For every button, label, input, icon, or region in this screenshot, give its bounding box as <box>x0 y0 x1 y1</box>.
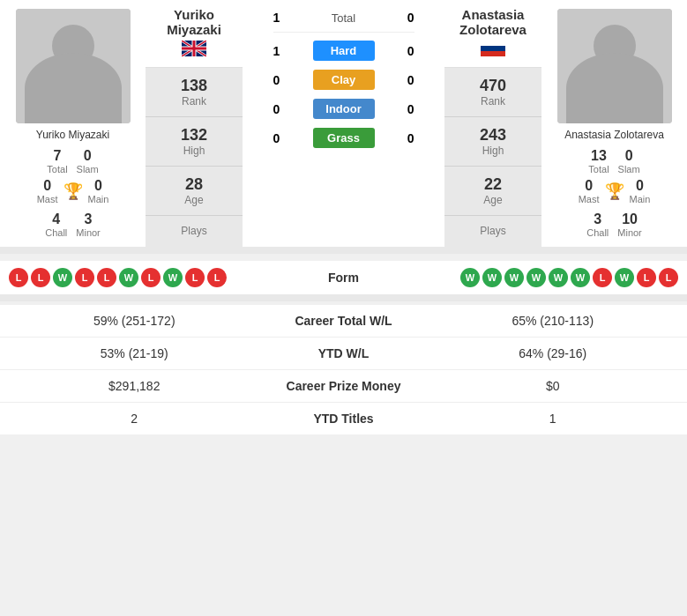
right-age-label: Age <box>453 194 533 206</box>
right-rank-label: Rank <box>453 95 533 108</box>
grass-button[interactable]: Grass <box>313 128 375 148</box>
hard-button[interactable]: Hard <box>313 41 375 61</box>
left-rank-value: 138 <box>154 77 234 95</box>
stats-row: $291,182Career Prize Money$0 <box>0 370 687 403</box>
left-plays-label: Plays <box>154 225 234 237</box>
stats-left-value: 59% (251-172) <box>13 314 256 328</box>
clay-left-score: 0 <box>273 73 280 87</box>
right-player-total-slam: 13 Total 0 Slam <box>588 148 639 174</box>
left-minor-label: Minor <box>76 227 101 238</box>
right-age-box: 22 Age <box>444 167 541 216</box>
right-plays-box: Plays <box>444 216 541 246</box>
right-total-label: Total <box>588 164 609 174</box>
stats-table: 59% (251-172)Career Total W/L65% (210-11… <box>0 305 687 434</box>
right-main-cell: 0 Main <box>630 178 651 204</box>
right-main-value: 0 <box>630 178 651 194</box>
svg-rect-3 <box>481 51 505 56</box>
left-form-badge: L <box>75 268 94 287</box>
total-label: Total <box>332 11 355 25</box>
left-form-badge: L <box>207 268 227 287</box>
left-form-badge: L <box>31 268 50 287</box>
left-slam-cell: 0 Slam <box>77 148 99 174</box>
left-age-box: 28 Age <box>146 167 243 216</box>
left-high-box: 132 High <box>146 117 243 167</box>
grass-right-score: 0 <box>407 131 414 145</box>
left-trophy-row: 0 Mast 🏆 0 Main <box>37 178 109 204</box>
left-form-badge: W <box>119 268 138 287</box>
left-form-badge: W <box>53 268 72 287</box>
right-high-label: High <box>453 145 533 157</box>
right-main-label: Main <box>630 194 651 204</box>
left-total-cell: 7 Total <box>47 148 67 174</box>
stats-center-label: YTD Titles <box>256 412 432 426</box>
left-slam-label: Slam <box>77 164 99 174</box>
right-form-badges: WWWWWWLWLL <box>397 268 679 287</box>
left-form-badges: LLWLLWLWLL <box>9 268 291 287</box>
left-stats-block: Yuriko Miyazaki 138 Rank 132 <box>146 0 243 247</box>
left-rank-box: 138 Rank <box>146 68 243 117</box>
right-form-badge: L <box>593 268 612 287</box>
stats-right-value: 1 <box>432 412 675 426</box>
right-high-value: 243 <box>453 126 533 145</box>
left-high-value: 132 <box>154 126 234 145</box>
clay-score-row: 0 Clay 0 <box>273 65 414 94</box>
left-chall-minor: 4 Chall 3 Minor <box>45 212 101 238</box>
right-slam-cell: 0 Slam <box>618 148 640 174</box>
left-player-avatar <box>16 9 131 123</box>
right-total-value: 13 <box>588 148 609 164</box>
right-chall-minor: 3 Chall 10 Minor <box>586 212 642 238</box>
right-chall-value: 3 <box>586 212 609 227</box>
right-mast-cell: 0 Mast <box>579 178 600 204</box>
ru-flag-icon <box>481 41 505 56</box>
stats-right-value: $0 <box>432 379 675 393</box>
right-minor-label: Minor <box>617 227 642 238</box>
stats-row: 2YTD Titles1 <box>0 403 687 434</box>
right-form-badge: W <box>615 268 634 287</box>
left-main-label: Main <box>88 194 109 204</box>
right-form-badge: L <box>637 268 656 287</box>
divider-1 <box>0 247 687 254</box>
main-container: Yuriko Miyazaki 7 Total 0 Slam 0 Mast 🏆 <box>0 0 687 434</box>
right-trophy-icon: 🏆 <box>605 182 624 201</box>
clay-right-score: 0 <box>407 73 414 87</box>
left-chall-label: Chall <box>45 227 67 238</box>
right-flag <box>481 41 505 56</box>
hard-right-score: 0 <box>407 44 414 58</box>
right-player-name: Anastasia Zolotareva <box>564 129 664 141</box>
right-minor-cell: 10 Minor <box>617 212 642 238</box>
right-chall-label: Chall <box>586 227 609 238</box>
left-slam-value: 0 <box>77 148 99 164</box>
left-player-name-top: Yuriko Miyazaki <box>153 7 235 37</box>
right-slam-value: 0 <box>618 148 640 164</box>
indoor-button[interactable]: Indoor <box>313 99 375 119</box>
indoor-score-row: 0 Indoor 0 <box>273 94 414 123</box>
right-chall-cell: 3 Chall <box>586 212 609 238</box>
indoor-right-score: 0 <box>407 102 414 116</box>
player-comparison-section: Yuriko Miyazaki 7 Total 0 Slam 0 Mast 🏆 <box>0 0 687 247</box>
clay-button[interactable]: Clay <box>313 70 375 90</box>
total-right-score: 0 <box>407 11 414 25</box>
right-mast-label: Mast <box>579 194 600 204</box>
left-form-badge: L <box>185 268 205 287</box>
right-total-cell: 13 Total <box>588 148 609 174</box>
right-form-badge: W <box>526 268 546 287</box>
left-flag <box>182 41 206 56</box>
right-rank-value: 470 <box>453 77 533 95</box>
stats-left-value: 53% (21-19) <box>13 346 256 360</box>
left-minor-value: 3 <box>76 212 101 227</box>
hard-left-score: 1 <box>273 44 280 58</box>
stats-right-value: 64% (29-16) <box>432 346 675 360</box>
left-player-name: Yuriko Miyazaki <box>36 129 109 141</box>
right-form-badge: W <box>549 268 568 287</box>
svg-rect-1 <box>481 41 505 46</box>
stats-center-label: YTD W/L <box>256 346 432 360</box>
left-form-badge: L <box>141 268 161 287</box>
svg-rect-2 <box>481 46 505 51</box>
left-total-value: 7 <box>47 148 67 164</box>
stats-right-value: 65% (210-113) <box>432 314 675 328</box>
left-chall-cell: 4 Chall <box>45 212 67 238</box>
total-score-row: 1 Total 0 <box>273 4 414 33</box>
stats-left-value: 2 <box>13 412 256 426</box>
left-main-cell: 0 Main <box>88 178 109 204</box>
right-trophy-row: 0 Mast 🏆 0 Main <box>579 178 651 204</box>
